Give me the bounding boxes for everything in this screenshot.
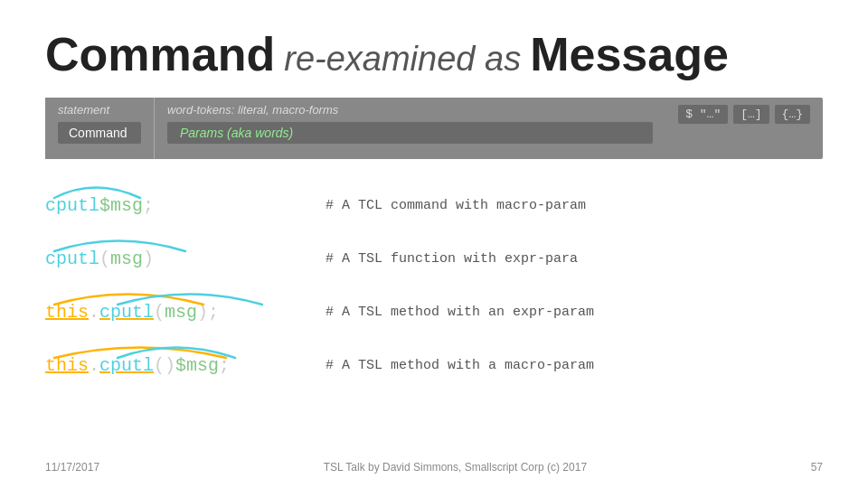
comment-1: # A TCL command with macro-param [326, 198, 586, 213]
code-text-1: cputl $msg; [45, 195, 307, 216]
code-row-1: cputl $msg; # A TCL command with macro-p… [45, 175, 823, 216]
comment-3: # A TSL method with an expr-param [326, 305, 594, 320]
title-message: Message [530, 27, 729, 81]
comment-2: # A TSL function with expr-para [326, 251, 578, 267]
diagram-right: $ "…" […] {…} [665, 98, 823, 159]
code-text-3: this.cputl(msg); [45, 302, 307, 323]
footer-page: 57 [811, 461, 823, 474]
statement-label: statement [58, 103, 141, 117]
diagram-middle: word-tokens: literal, macro-forms Params… [154, 98, 665, 159]
token-badge-3: {…} [775, 105, 810, 124]
title-command: Command [45, 27, 275, 81]
footer-date: 11/17/2017 [45, 461, 99, 474]
code-text-2: cputl(msg) [45, 249, 307, 269]
command-box: Command [58, 122, 141, 144]
title-reexamined: re-examined as [284, 40, 521, 79]
title-row: Command re-examined as Message [45, 27, 823, 81]
code-text-4: this.cputl() $msg; [45, 355, 307, 376]
footer: 11/17/2017 TSL Talk by David Simmons, Sm… [45, 461, 823, 474]
footer-credit: TSL Talk by David Simmons, Smallscript C… [324, 461, 587, 474]
token-badge-2: […] [733, 105, 769, 124]
code-row-2: cputl(msg) # A TSL function with expr-pa… [45, 229, 823, 269]
diagram-row: statement Command word-tokens: literal, … [45, 98, 823, 159]
token-badge-1: $ "…" [678, 105, 728, 124]
word-tokens-label: word-tokens: literal, macro-forms [167, 103, 653, 117]
code-row-3: this.cputl(msg); # A TSL method with an … [45, 282, 823, 323]
code-section: cputl $msg; # A TCL command with macro-p… [45, 175, 823, 381]
diagram-statement: statement Command [45, 98, 154, 159]
code-row-4: this.cputl() $msg; # A TSL method with a… [45, 335, 823, 376]
params-box: Params (aka words) [167, 122, 653, 144]
comment-4: # A TSL method with a macro-param [326, 358, 594, 373]
